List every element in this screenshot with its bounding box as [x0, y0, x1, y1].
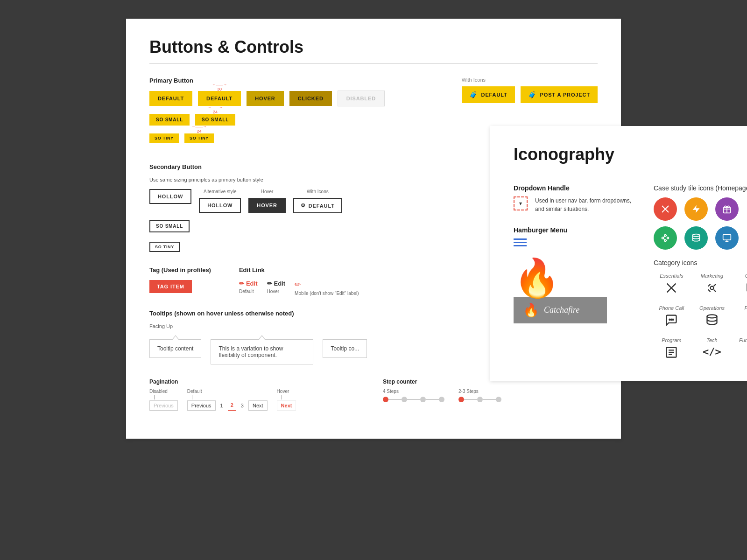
prev-button[interactable]: Previous	[187, 400, 216, 411]
essentials-item: Essentials	[654, 273, 690, 298]
cs-label: Case study tile icons (Homepage)	[654, 184, 747, 192]
dropdown-handle-icon: ▾	[514, 196, 528, 210]
hollow-col: HOLLOW	[149, 189, 191, 204]
pagination-states: Disabled Previous Default Previous 1 2 3	[149, 389, 364, 411]
icon-default-button[interactable]: 🧳 DEFAULT	[462, 86, 515, 103]
logo-section: 🔥 🔥 Catchafire	[514, 259, 635, 323]
primary-sotiny2-button[interactable]: SO TINY	[184, 133, 214, 143]
essentials-label: Essentials	[660, 273, 683, 279]
step-variants: 4 Steps 2-3 Steps	[383, 389, 598, 402]
dh-desc: Used in user nav bar, form dropdowns, an…	[535, 196, 635, 213]
step-line-b	[483, 399, 496, 400]
tooltip-content-2: This is a variation to show flexibility …	[218, 345, 283, 358]
pencil-icon-mobile: ✏	[295, 280, 301, 289]
network-case-icon	[654, 226, 677, 250]
with-icons-label: With Icons	[462, 77, 598, 83]
iconography-card: Iconography Dropdown Handle ▾ Used in us…	[490, 126, 747, 381]
svg-rect-9	[723, 235, 731, 240]
pencil-icon-hover: ✏	[267, 280, 272, 287]
tooltip-arrow-inner-3	[342, 339, 348, 340]
step-dot-1	[383, 397, 388, 402]
primary-default2-button[interactable]: DEFAULT	[198, 91, 241, 106]
svg-line-15	[713, 290, 716, 292]
svg-point-6	[664, 235, 666, 237]
tag-item-button[interactable]: TAG ITEM	[149, 280, 192, 293]
pagination-default-controls: Previous 1 2 3 Next	[187, 400, 268, 411]
primary-tiny-row: SO TINY ←——→ 24 SO TINY	[149, 133, 385, 143]
primary-sotiny-annotated: ←——→ 24 SO TINY	[184, 133, 214, 143]
hollow-small-button[interactable]: SO SMALL	[149, 220, 190, 232]
edit-hover-link[interactable]: ✏ Edit	[267, 280, 286, 287]
disabled-label: Disabled	[149, 389, 168, 394]
category-grid: Essentials Marketing Online	[654, 273, 747, 362]
step-dot-b	[477, 397, 483, 402]
primary-clicked-button[interactable]: CLICKED	[289, 91, 332, 106]
primary-disabled-button: DISABLED	[338, 91, 385, 106]
primary-sotiny-button[interactable]: SO TINY	[149, 133, 179, 143]
flame-icon: 🔥	[514, 259, 635, 297]
svg-marker-2	[693, 205, 700, 213]
gift-case-icon	[715, 197, 739, 221]
tooltip-arrow-inner-2	[259, 336, 265, 340]
two-three-steps-variant: 2-3 Steps	[458, 389, 501, 402]
primary-default-button[interactable]: DEFAULT	[149, 91, 192, 106]
marketing-icon	[705, 281, 719, 298]
tooltip-content-3: Tooltip co...	[331, 345, 359, 352]
pagination-section: Pagination Disabled Previous Default Pre…	[149, 378, 364, 411]
with-icons-secondary-col: With Icons ⚙ DEFAULT	[293, 189, 342, 213]
icon-post-button[interactable]: 🧳 POST A PROJECT	[521, 86, 598, 103]
tools-case-icon	[654, 197, 677, 221]
edit-default-link[interactable]: ✏ Edit	[239, 280, 258, 287]
program-item: Program	[654, 337, 690, 362]
svg-point-7	[664, 240, 666, 242]
page-1[interactable]: 1	[218, 401, 226, 410]
pagination-disabled-state: Disabled Previous	[149, 389, 178, 411]
icon-left-col: Dropdown Handle ▾ Used in user nav bar, …	[514, 184, 635, 362]
primary-sosmall-annotated: ←——→ 24 SO SMALL	[195, 114, 235, 126]
pagination-hover-state: Hover Next	[277, 389, 296, 411]
primary-sosmall-button[interactable]: SO SMALL	[149, 114, 190, 126]
edit-default-label: Default	[239, 289, 254, 294]
page-3[interactable]: 3	[238, 401, 247, 410]
edit-mobile-col: ✏ Mobile (don't show "Edit" label)	[295, 280, 359, 296]
hover-button[interactable]: HOVER	[248, 198, 286, 213]
hollow-tiny-button[interactable]: SO TINY	[149, 242, 180, 252]
primary-button-label: Primary Button	[149, 77, 385, 84]
two-three-steps-track	[458, 397, 501, 402]
icon-page-title: Iconography	[514, 145, 747, 164]
primary-hover-button[interactable]: HOVER	[247, 91, 284, 106]
hollow-button[interactable]: HOLLOW	[149, 189, 191, 204]
step-line-3	[426, 399, 439, 400]
hollow-with-icon-button[interactable]: ⚙ DEFAULT	[293, 198, 342, 213]
next-button[interactable]: Next	[248, 400, 268, 411]
page-2-active[interactable]: 2	[228, 400, 236, 411]
people-item: People	[734, 305, 747, 330]
dh-label: Dropdown Handle	[514, 184, 635, 192]
online-label: Online	[745, 273, 747, 279]
case-study-row-2	[654, 226, 747, 250]
next-hover-button[interactable]: Next	[277, 400, 296, 411]
fundraising-label: Fundraising	[739, 337, 747, 343]
primary-sosmall2-button[interactable]: SO SMALL	[195, 114, 235, 126]
dh-content: ▾ Used in user nav bar, form dropdowns, …	[514, 196, 635, 213]
with-icons-col: With Icons 🧳 DEFAULT 🧳 POST A PROJECT	[462, 77, 598, 111]
icon-post-label: POST A PROJECT	[540, 92, 590, 98]
svg-point-8	[693, 234, 700, 237]
ham-line-2	[514, 242, 527, 243]
default-label: Default	[187, 389, 202, 394]
four-steps-track	[383, 397, 444, 402]
svg-point-4	[662, 237, 664, 239]
icon-content-row: Dropdown Handle ▾ Used in user nav bar, …	[514, 184, 747, 362]
hollow-alt-button[interactable]: HOLLOW	[199, 198, 241, 213]
annotation-30: ←——→ 30	[212, 83, 227, 91]
logo-badge-flame-icon: 🔥	[523, 302, 539, 318]
svg-point-20	[669, 319, 670, 320]
logo-badge-text: Catchafire	[544, 305, 579, 315]
step-dot-2	[402, 397, 407, 402]
step-dot-c	[496, 397, 501, 402]
svg-point-21	[671, 319, 672, 320]
hamburger-icon	[514, 238, 527, 246]
hamburger-menu-section: Hamburger Menu	[514, 226, 635, 246]
svg-line-13	[713, 284, 716, 287]
svg-point-23	[707, 315, 717, 318]
